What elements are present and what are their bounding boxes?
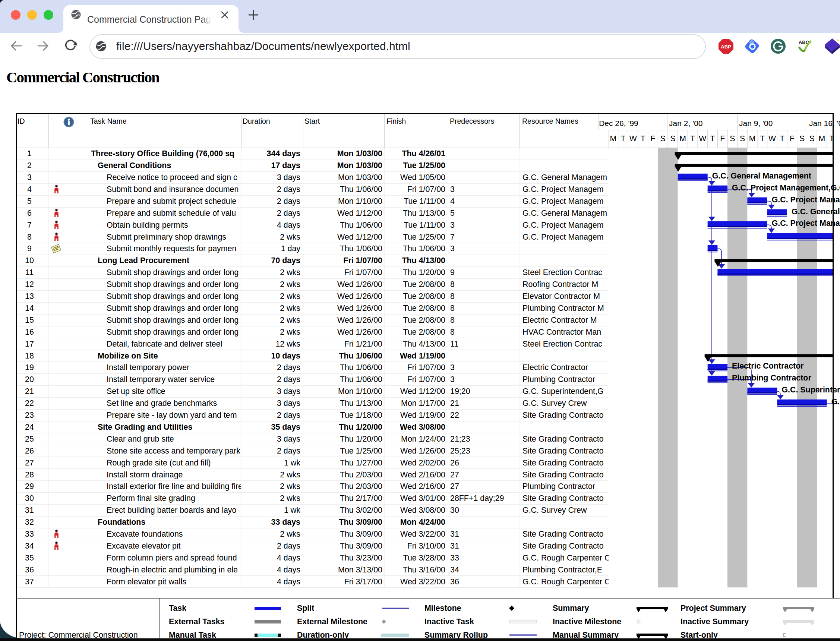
svg-text:F: F [790,134,795,143]
svg-text:Jan 2, '00: Jan 2, '00 [669,119,703,127]
svg-text:T: T [710,134,715,143]
svg-text:G.C. Project Management,G.C.: G.C. Project Management,G.C. [772,195,840,204]
svg-text:W: W [699,134,706,143]
svg-text:M: M [819,134,826,143]
svg-text:M: M [679,134,686,143]
svg-text:G.C. General Management: G.C. General Management [712,171,811,180]
svg-text:Electric Contractor: Electric Contractor [732,361,804,370]
svg-text:W: W [768,134,776,143]
svg-text:T: T [780,134,784,143]
svg-text:Jan 16, '00: Jan 16, '00 [809,119,840,127]
svg-text:G.C. Project Management,G: G.C. Project Management,G [772,219,840,228]
svg-text:G.C. Superintendent,G.C.: G.C. Superintendent,G.C. [782,385,840,394]
svg-text:ABP: ABP [721,44,731,50]
svg-text:Jan 9, '00: Jan 9, '00 [739,119,772,127]
svg-text:Plumbing Contractor: Plumbing Contractor [732,374,811,382]
svg-text:G.C. Project Management,G.C. G: G.C. Project Management,G.C. General Man… [732,184,840,192]
svg-text:F: F [650,134,655,143]
svg-text:S: S [670,134,675,143]
svg-text:S: S [809,134,815,143]
svg-text:S: S [800,134,805,143]
svg-text:T: T [640,134,645,143]
svg-text:T: T [760,134,765,143]
svg-text:F: F [720,134,725,143]
svg-text:T: T [621,134,625,143]
svg-text:Dec 26, '99: Dec 26, '99 [599,119,638,127]
svg-text:T: T [690,134,695,143]
svg-text:S: S [660,134,666,143]
svg-text:M: M [749,134,756,143]
svg-text:M: M [610,134,616,143]
svg-text:S: S [740,134,745,143]
svg-text:W: W [629,134,637,143]
svg-text:S: S [730,134,735,143]
